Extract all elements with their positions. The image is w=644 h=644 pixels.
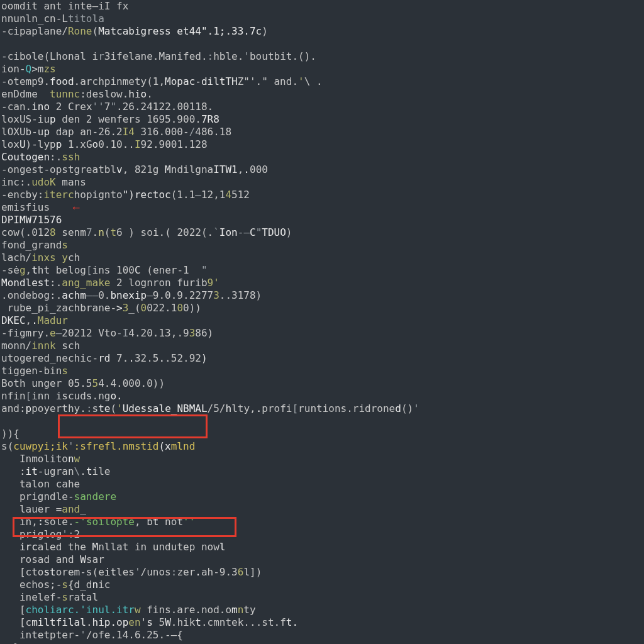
terminal-line-33 (1, 415, 643, 428)
terminal-line-41: in,:sole.-'soilopte, bt not'' (1, 516, 643, 528)
terminal-line-19: fond_grands (1, 239, 643, 252)
terminal-line-43: ircaled the Mnllat in undutep nowl (1, 541, 643, 553)
terminal-line-10: lOXUb-up dap an-26.2I4 316.000-/486.18 (1, 126, 643, 138)
terminal-line-31: nfin[inn iscuds.ngo. (1, 390, 643, 402)
terminal-line-37: :it-ugran\.tile (1, 465, 643, 478)
terminal-line-26: -figmry.e—20212 Vto-I4.20.13,.9386) (1, 327, 643, 340)
terminal-line-36: Inmolitonw (1, 453, 643, 465)
terminal-line-21: -sėg,tht belog[ins 100C (ener-1 " (1, 264, 643, 277)
terminal-line-23: .ondebog:.achm——0.bnexip—9.0.9.22773..31… (1, 289, 643, 302)
terminal-line-42: priglog':2 (1, 528, 643, 541)
terminal-line-32: and:ppoyerthy.:ste('Udessale_NBMAL/5/hlt… (1, 402, 643, 415)
terminal-line-22: Mondlest:.ang_make 2 lognron furib9' (1, 277, 643, 289)
terminal-line-24: rube_pi_zachbrane->3_(0022.100)) (1, 302, 643, 314)
terminal-line-7: enDdme tunnc:deslow.hio. (1, 88, 643, 101)
terminal-line-2: -cipaplane/Rone(Matcabigress et44".1;.33… (1, 25, 643, 38)
terminal-line-45: [ctostorem-s(eitles'/unos:zer.ah-9.36l]) (1, 566, 643, 579)
terminal-line-4: -cibole(Lhonal ir3ifelane.Manifed.:hble.… (1, 50, 643, 63)
terminal-line-17: DPIMW71576 (1, 214, 643, 226)
terminal-line-12: Coutogen:.ssh (1, 151, 643, 164)
terminal-line-49: [cmiltfilal.hip.open's 5W.hikt.cmntek...… (1, 616, 643, 629)
terminal-line-0: oomdit ant inte—iI fx (1, 0, 643, 13)
terminal-line-35: s(cuwpyi;ik':sfrefl.nmstid(xmlnd (1, 440, 643, 453)
terminal-line-18: cow(.0128 senm7.n(t6 ) soi.( 2022(.`Ion-… (1, 226, 643, 239)
terminal-line-14: inc:.udoK mans (1, 176, 643, 189)
terminal-line-30: Both unger 05.554.4.000.0)) (1, 377, 643, 390)
terminal-line-27: monn/innk sch (1, 340, 643, 352)
terminal-line-20: lach/inxs ych (1, 252, 643, 264)
terminal-line-1: nnunln_cn-Ltitola (1, 13, 643, 25)
terminal-line-48: [choliarc.'inul.itrw fins.are.nod.omnty (1, 604, 643, 616)
terminal-line-40: lauer =and_ (1, 503, 643, 516)
terminal-line-9: loxUS-iup den 2 wenfers 1695.900.7R8 (1, 113, 643, 126)
terminal-line-5: ion-Q>mzs (1, 63, 643, 75)
terminal-line-50: intetpter-'/ofe.14.6.25.-—{ (1, 629, 643, 641)
terminal-line-29: tiggen-bins (1, 365, 643, 377)
terminal-line-3 (1, 38, 643, 50)
terminal-line-46: echos;-s{d_dnic (1, 579, 643, 591)
terminal-line-16: emisfius (1, 201, 643, 214)
terminal-line-25: DKEC,.Madur (1, 314, 643, 327)
terminal-line-34: )){ (1, 428, 643, 440)
terminal-line-39: prigndle-sandere (1, 491, 643, 503)
terminal-line-11: loxU)-lypp 1.xGo0.10..I92.9001.128 (1, 138, 643, 151)
terminal-line-6: -otemp9.food.archpinmety(1,Mopac-diltTHZ… (1, 75, 643, 88)
terminal-output: oomdit ant inte—iI fxnnunln_cn-Ltitola-c… (0, 0, 644, 644)
terminal-line-8: -can.ino 2 Crex''7".26.24122.00118. (1, 101, 643, 113)
terminal-line-44: rosad and Wsar (1, 553, 643, 566)
terminal-line-13: -ongest-opstgreatblv, 821g MndilgnaITW1,… (1, 164, 643, 176)
terminal-line-28: utogered_nechic-rd 7..32.5..52.92) (1, 352, 643, 365)
terminal-line-38: talon cahe (1, 478, 643, 491)
terminal-line-51: } (1, 641, 643, 644)
terminal-line-15: -encby:iterchopignto")rectoc(1.1—12,1451… (1, 189, 643, 201)
terminal-line-47: inelef-sratal (1, 591, 643, 604)
